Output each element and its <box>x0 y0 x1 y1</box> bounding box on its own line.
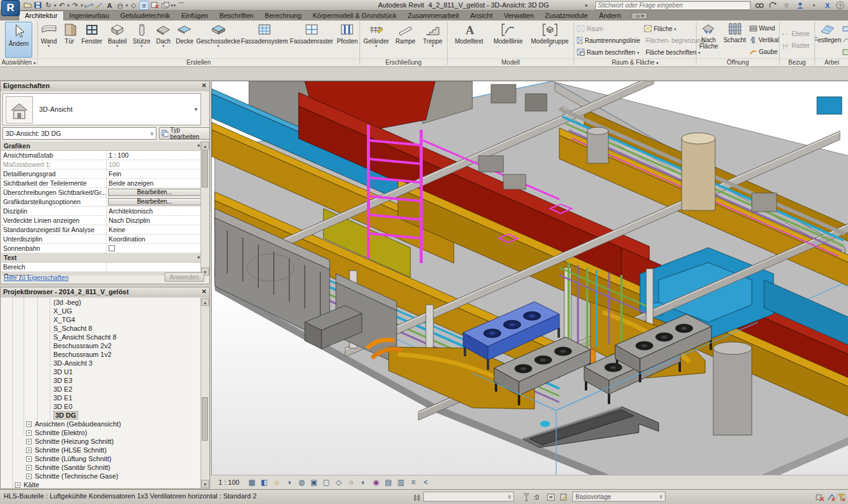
fassadensystem-button[interactable]: Fassadensystem <box>241 21 288 58</box>
schacht-button[interactable]: Schacht <box>722 21 748 58</box>
tree-item[interactable]: +Schnitte (Elektro) <box>1 428 201 437</box>
oeffnung-vertikal-button[interactable]: Vertikal <box>749 34 779 46</box>
section-grafiken[interactable]: Grafiken▴ <box>1 142 202 151</box>
viewbar-collapse-icon[interactable]: < <box>421 477 431 487</box>
oeffnung-gaube-button[interactable]: Gaube <box>749 46 779 58</box>
qat-customize-icon[interactable]: ▾ <box>174 3 176 8</box>
dach-button[interactable]: Dach▾ <box>154 21 173 58</box>
default-3d-view-icon[interactable] <box>115 1 125 10</box>
tab-beschriften[interactable]: Beschriften <box>214 11 259 20</box>
flaeche-beschriften-button[interactable]: Fläche beschriften ▾ <box>644 47 697 58</box>
crop-view-icon[interactable]: ▣ <box>309 477 319 487</box>
tree-item[interactable]: X_TG4 <box>1 315 201 324</box>
wand-button[interactable]: Wand▾ <box>38 21 60 58</box>
tree-item[interactable]: (3d -beg) <box>1 298 201 307</box>
stuetze-button[interactable]: Stütze▾ <box>130 21 153 58</box>
tab-koerpermodell[interactable]: Körpermodell & Grundstück <box>307 11 402 20</box>
infocenter-toggle-icon[interactable]: ▸ <box>582 1 592 10</box>
tab-gebaeudetechnik[interactable]: Gebäudetechnik <box>115 11 176 20</box>
temporary-view-properties-icon[interactable]: ▥ <box>396 477 406 487</box>
tree-item[interactable]: +Schnitte (Lüftung Schnitt) <box>1 454 201 463</box>
tab-architektur[interactable]: Architektur <box>19 11 64 20</box>
tuer-button[interactable]: Tür <box>60 21 78 58</box>
rendering-dialog-icon[interactable]: ◍ <box>297 477 307 487</box>
tree-item[interactable]: S_Ansicht Schacht 8 <box>1 333 201 341</box>
tree-item[interactable]: 3D E2 <box>1 385 201 394</box>
save-icon[interactable] <box>33 1 43 10</box>
tab-ingenieurbau[interactable]: Ingenieurbau <box>64 11 115 20</box>
tree-item[interactable]: 3D E0 <box>1 402 201 411</box>
thin-lines-icon[interactable]: ≡ <box>139 1 149 10</box>
visual-style-icon[interactable]: ◧ <box>259 477 269 487</box>
rampe-button[interactable]: Rampe <box>392 21 418 58</box>
nach-flaeche-button[interactable]: Nach Fläche <box>697 21 721 58</box>
panel-label-auswaehlen[interactable]: Auswählen ▾ <box>0 58 37 66</box>
3d-viewport[interactable] <box>211 81 848 475</box>
tree-item[interactable]: Beschussraum 2v2 <box>1 341 201 350</box>
property-row[interactable]: UnterdisziplinKoordination <box>1 235 202 244</box>
section-text[interactable]: Text▴ <box>1 253 202 263</box>
property-row[interactable]: DisziplinArchitektonisch <box>1 207 202 216</box>
close-hidden-windows-icon[interactable] <box>150 1 160 10</box>
redo-icon[interactable]: ↷ <box>70 1 80 10</box>
switch-caret-icon[interactable]: ▾ <box>171 3 173 8</box>
project-browser-scrollbar[interactable]: ▲ ▼ <box>201 298 209 488</box>
search-input[interactable] <box>595 1 751 10</box>
show-workplane-icon[interactable] <box>842 22 848 34</box>
edit-overrides-button[interactable]: Bearbeiten... <box>108 189 201 196</box>
exchange-apps-icon[interactable]: X <box>823 1 832 10</box>
property-row[interactable]: Sonnenbahn <box>1 244 202 253</box>
property-row[interactable]: Bereich <box>1 263 202 272</box>
fenster-button[interactable]: Fenster <box>79 21 104 58</box>
edit-graphics-options-button[interactable]: Bearbeiten... <box>108 198 201 205</box>
festlegen-button[interactable]: Festlegen <box>815 21 841 58</box>
tab-verwalten[interactable]: Verwalten <box>498 11 539 20</box>
tree-item[interactable]: X_UG <box>1 307 201 315</box>
tree-item[interactable]: 3D-Ansicht 3 <box>1 359 201 367</box>
modellgruppe-button[interactable]: Modellgruppe▾ <box>528 21 572 58</box>
property-row[interactable]: GrafikdarstellungsoptionenBearbeiten... <box>1 197 202 207</box>
undo-caret-icon[interactable]: ▾ <box>68 3 70 8</box>
open-icon[interactable] <box>22 1 32 10</box>
raum-beschriften-button[interactable]: Raum beschriften ▾ <box>577 47 640 58</box>
tab-berechnung[interactable]: Berechnung <box>259 11 307 20</box>
sign-in-icon[interactable] <box>795 1 805 10</box>
properties-close-icon[interactable]: ✕ <box>202 82 207 89</box>
flaeche-button[interactable]: Fläche ▾ <box>644 23 697 35</box>
text-icon[interactable]: A <box>105 1 115 10</box>
sun-path-icon[interactable]: ☼ <box>272 477 282 487</box>
temporary-hide-isolate-icon[interactable]: ◐ <box>359 477 369 487</box>
tree-item-selected[interactable]: 3D DG <box>1 411 201 420</box>
fassadenraster-button[interactable]: Fassadenraster <box>289 21 335 58</box>
editing-requests-icon[interactable] <box>521 492 531 502</box>
sync-icon[interactable]: ↻ <box>43 1 53 10</box>
property-row[interactable]: Verdeckte Linien anzeigenNach Disziplin <box>1 216 202 225</box>
gelaender-button[interactable]: Geländer▾ <box>361 21 391 58</box>
show-constraints-icon[interactable]: ≡ <box>408 477 418 487</box>
undo-icon[interactable]: ↶ <box>57 1 67 10</box>
exclude-options-icon[interactable] <box>815 492 825 502</box>
show-crop-region-icon[interactable]: ▢ <box>322 477 332 487</box>
tree-item[interactable]: 3D U1 <box>1 367 201 376</box>
workplane-viewer-icon[interactable] <box>842 34 848 46</box>
switch-windows-icon[interactable] <box>160 1 170 10</box>
tree-item[interactable]: +Schnitte (Technische Gase) <box>1 472 201 480</box>
tab-einfuegen[interactable]: Einfügen <box>176 11 214 20</box>
type-selector[interactable]: 3D-Ansicht ▾ <box>2 93 201 125</box>
reveal-hidden-elements-icon[interactable]: ◉ <box>371 477 381 487</box>
properties-header[interactable]: Eigenschaften✕ <box>1 81 209 91</box>
project-browser-close-icon[interactable]: ✕ <box>202 288 207 295</box>
type-selector-caret-icon[interactable]: ▾ <box>194 106 197 112</box>
meas-dimension-icon[interactable] <box>84 1 94 10</box>
property-row[interactable]: Standardanzeigestil für AnalyseKeine <box>1 225 202 235</box>
redo-caret-icon[interactable]: ▾ <box>81 3 83 8</box>
tab-aendern[interactable]: Ändern <box>593 11 626 20</box>
properties-scrollbar[interactable]: ▲ ▼ <box>201 142 209 276</box>
bauteil-button[interactable]: Bauteil▾ <box>105 21 129 58</box>
tree-item[interactable]: +Schnitte (Sanitär Schnitt) <box>1 463 201 472</box>
modelltext-button[interactable]: AModelltext <box>450 21 489 58</box>
help-icon[interactable]: ? <box>836 1 844 9</box>
tab-ansicht[interactable]: Ansicht <box>464 11 498 20</box>
section-box-icon[interactable]: ◇ <box>334 477 344 487</box>
property-row[interactable]: Sichtbarkeit der TeilelementeBeide anzei… <box>1 179 202 188</box>
